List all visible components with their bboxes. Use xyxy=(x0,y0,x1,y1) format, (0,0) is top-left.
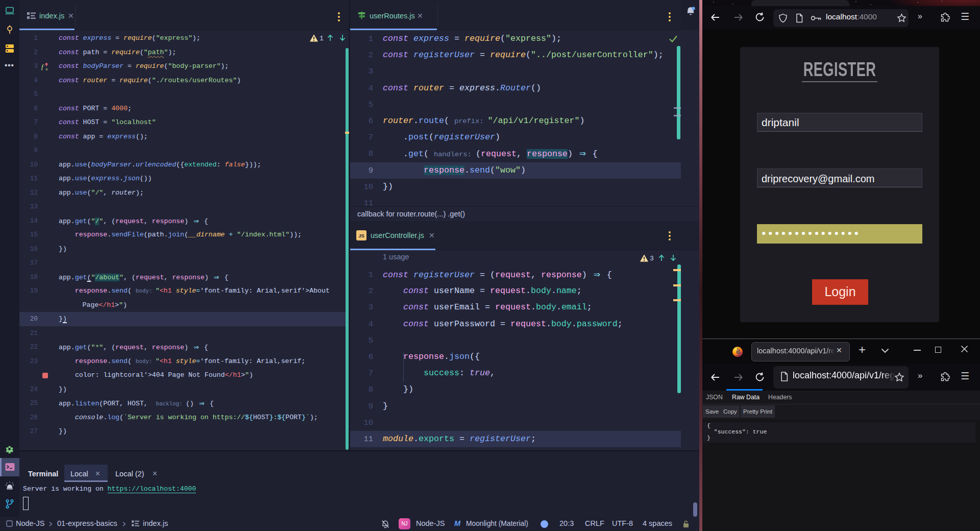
svg-text:x: x xyxy=(46,67,48,71)
svg-text:f: f xyxy=(41,63,44,70)
